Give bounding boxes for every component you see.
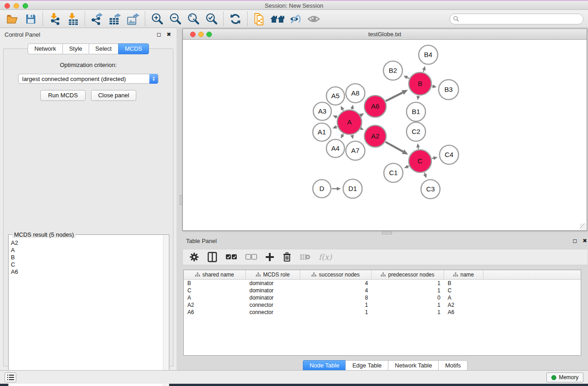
tab-edge-table[interactable]: Edge Table xyxy=(345,360,388,371)
table-cell[interactable]: 4 xyxy=(300,280,372,286)
result-item[interactable]: C xyxy=(11,261,163,268)
graph-node-C1[interactable]: C1 xyxy=(384,163,403,182)
table-cell[interactable]: B xyxy=(444,280,483,286)
graph-edge-A-A5[interactable] xyxy=(343,110,343,110)
network-canvas[interactable]: AA6A2BCA5A8A3A1A4A7B2B4B3B1C2C4C1C3DD1 xyxy=(183,40,587,230)
graph-edge-C-C1[interactable] xyxy=(408,166,409,167)
close-table-panel-icon[interactable]: ✖ xyxy=(582,238,588,244)
tab-node-table[interactable]: Node Table xyxy=(303,360,346,371)
table-cell[interactable]: 4 xyxy=(300,287,372,294)
table-cell[interactable]: dominator xyxy=(246,280,300,286)
home-button[interactable] xyxy=(268,11,287,27)
graph-node-B[interactable]: B xyxy=(409,72,431,95)
column-header-name[interactable]: name xyxy=(444,270,483,279)
table-row[interactable]: Bdominator41B xyxy=(184,280,581,287)
tab-style[interactable]: Style xyxy=(62,43,89,54)
table-cell[interactable]: 1 xyxy=(372,280,444,286)
save-session-button[interactable] xyxy=(22,11,40,27)
graph-node-C3[interactable]: C3 xyxy=(421,180,440,199)
result-item[interactable]: A xyxy=(11,247,163,254)
table-cell[interactable]: A2 xyxy=(184,302,246,308)
table-cell[interactable]: A6 xyxy=(444,309,483,315)
graph-node-C2[interactable]: C2 xyxy=(406,122,425,141)
table-row[interactable]: Adominator80A xyxy=(184,294,581,301)
table-cell[interactable]: 0 xyxy=(372,295,444,301)
table-row[interactable]: A6connector11A6 xyxy=(184,309,581,316)
column-header-shared-name[interactable]: shared name xyxy=(184,270,246,279)
table-row[interactable]: Cdominator41C xyxy=(184,287,581,294)
result-item[interactable]: A6 xyxy=(11,268,163,276)
memory-button[interactable]: Memory xyxy=(546,372,583,382)
export-network-button[interactable] xyxy=(88,11,106,27)
search-input[interactable] xyxy=(449,14,583,24)
float-panel-icon[interactable]: ◻ xyxy=(156,31,162,38)
graph-edge-C-C4[interactable] xyxy=(432,158,433,158)
add-column-button[interactable] xyxy=(265,250,274,264)
table-cell[interactable]: 1 xyxy=(300,302,372,308)
table-row[interactable]: A2connector11A2 xyxy=(184,301,581,309)
graph-node-A2[interactable]: A2 xyxy=(364,125,386,147)
graph-node-A8[interactable]: A8 xyxy=(346,84,365,103)
divider-handle[interactable] xyxy=(180,195,182,205)
graph-edge-A-A4[interactable] xyxy=(343,134,343,135)
tab-motifs[interactable]: Motifs xyxy=(438,360,468,371)
float-table-panel-icon[interactable]: ◻ xyxy=(572,238,578,244)
table-cell[interactable]: B xyxy=(184,280,246,286)
delete-table-button[interactable] xyxy=(300,250,311,264)
export-image-button[interactable] xyxy=(124,11,142,27)
table-cell[interactable]: connector xyxy=(246,309,300,315)
graph-node-C4[interactable]: C4 xyxy=(440,145,459,164)
zoom-selected-button[interactable] xyxy=(202,11,220,27)
graph-edge-B-B2[interactable] xyxy=(407,77,409,78)
graph-node-A4[interactable]: A4 xyxy=(326,139,344,157)
column-header-predecessor-nodes[interactable]: predecessor nodes xyxy=(372,270,444,279)
import-table-button[interactable] xyxy=(64,11,82,27)
open-file-button[interactable] xyxy=(4,11,22,27)
tab-network-table[interactable]: Network Table xyxy=(388,360,438,371)
table-cell[interactable]: A xyxy=(184,295,246,301)
delete-column-button[interactable] xyxy=(282,250,292,264)
graph-edge-A2-C[interactable] xyxy=(386,142,403,152)
result-item[interactable]: A2 xyxy=(11,239,163,247)
graph-node-A[interactable]: A xyxy=(337,110,362,134)
graph-edge-A-A3[interactable] xyxy=(337,117,338,118)
graph-edge-A6-B[interactable] xyxy=(386,92,402,101)
graph-edge-C-C3[interactable] xyxy=(424,172,425,174)
import-network-button[interactable] xyxy=(46,11,64,27)
graph-node-B3[interactable]: B3 xyxy=(439,80,459,100)
zoom-out-button[interactable] xyxy=(166,11,184,27)
table-cell[interactable]: 1 xyxy=(372,309,444,315)
table-cell[interactable]: C xyxy=(444,287,483,294)
tab-mcds[interactable]: MCDS xyxy=(118,43,149,54)
mcds-result-list[interactable]: A2ABCA6 xyxy=(9,238,163,386)
table-cell[interactable]: 1 xyxy=(300,309,372,315)
show-graphics-button[interactable] xyxy=(305,11,323,27)
table-cell[interactable]: A xyxy=(444,295,483,301)
result-item[interactable]: B xyxy=(11,254,163,261)
graph-node-A5[interactable]: A5 xyxy=(326,87,344,105)
table-cell[interactable]: connector xyxy=(246,302,300,308)
tab-select[interactable]: Select xyxy=(89,43,118,54)
close-panel-button[interactable]: Close panel xyxy=(91,90,136,101)
table-cell[interactable]: A6 xyxy=(184,309,246,315)
zoom-in-button[interactable] xyxy=(148,11,166,27)
column-header-successor-nodes[interactable]: successor nodes xyxy=(300,270,372,279)
graph-node-A6[interactable]: A6 xyxy=(364,95,386,117)
unselect-all-button[interactable] xyxy=(245,250,257,264)
tab-network[interactable]: Network xyxy=(28,43,62,54)
task-history-button[interactable] xyxy=(5,372,16,382)
table-cell[interactable]: A2 xyxy=(444,302,483,308)
duplicate-network-button[interactable] xyxy=(250,11,268,27)
table-cell[interactable]: dominator xyxy=(246,287,300,294)
export-table-button[interactable] xyxy=(106,11,124,27)
result-scrollbar[interactable] xyxy=(163,235,168,386)
graph-node-B4[interactable]: B4 xyxy=(419,45,438,64)
table-cell[interactable]: dominator xyxy=(246,295,300,301)
table-settings-button[interactable] xyxy=(189,250,199,264)
divider-handle[interactable] xyxy=(382,232,392,234)
graph-node-A1[interactable]: A1 xyxy=(313,123,331,141)
table-cell[interactable]: 8 xyxy=(300,295,372,301)
show-columns-button[interactable] xyxy=(207,250,217,264)
graph-node-D1[interactable]: D1 xyxy=(343,179,362,198)
resize-grip[interactable] xyxy=(580,224,586,230)
